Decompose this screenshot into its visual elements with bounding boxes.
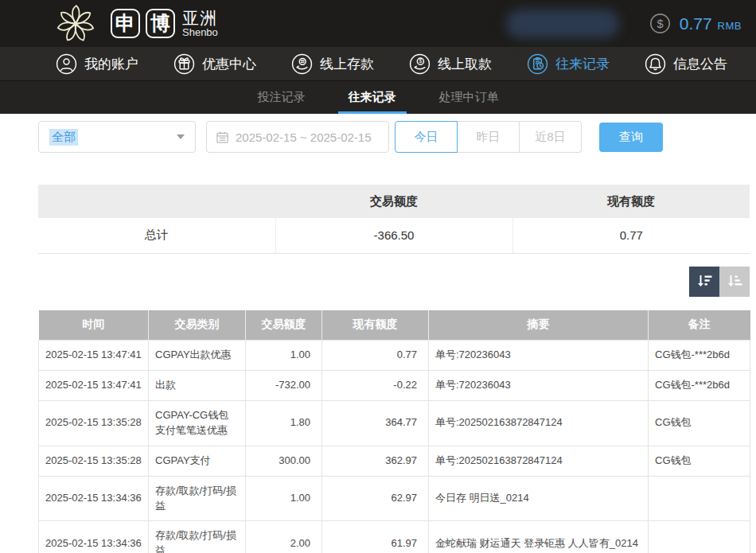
- summary-header-current-balance: 现有额度: [512, 185, 750, 218]
- nav-item-my-account[interactable]: 我的账户: [56, 53, 138, 75]
- withdraw-icon: $: [409, 53, 431, 75]
- cell-category: 存款/取款/打码/损益: [149, 476, 246, 521]
- nav-item-records[interactable]: 往来记录: [527, 53, 610, 75]
- filter-bar: 全部 2025-02-15 ~ 2025-02-15 今日 昨日 近8日 查询: [38, 121, 750, 153]
- logo-char-bo: 博: [146, 9, 175, 38]
- quick-range-yesterday[interactable]: 昨日: [457, 121, 520, 153]
- user-icon: [56, 53, 77, 75]
- balance-currency: RMB: [718, 16, 742, 32]
- nav-item-withdraw[interactable]: $ 线上取款: [409, 53, 492, 75]
- summary-total-balance: 0.77: [512, 218, 750, 253]
- summary-table: 交易额度 现有额度 总计 -366.50 0.77: [38, 185, 750, 254]
- brand-subtitle: Shenbo: [182, 27, 218, 38]
- records-icon: [527, 53, 548, 75]
- cell-category: 存款/取款/打码/损益: [149, 521, 246, 553]
- flower-logo-icon: [49, 2, 102, 45]
- cell-amount: 1.00: [246, 476, 322, 521]
- sort-descending-button[interactable]: [689, 267, 719, 297]
- records-table: 时间 交易类别 交易额度 现有额度 摘要 备注 2025-02-15 13:47…: [38, 310, 750, 553]
- redacted-username: [506, 10, 619, 38]
- table-row: 2025-02-15 13:47:41 出款 -732.00 -0.22 单号:…: [39, 371, 750, 401]
- table-row: 2025-02-15 13:47:41 CGPAY出款优惠 1.00 0.77 …: [39, 341, 750, 371]
- cell-remark: CG钱包: [649, 401, 750, 446]
- account-summary: $ 0.77 RMB: [506, 10, 742, 38]
- nav-item-deposit[interactable]: 线上存款: [291, 53, 374, 75]
- svg-text:$: $: [419, 58, 423, 64]
- brand-text: 亚洲 Shenbo: [182, 10, 218, 38]
- table-row: 2025-02-15 13:35:28 CGPAY-CG钱包支付笔笔送优惠 1.…: [39, 401, 750, 446]
- sort-descending-icon: [696, 272, 714, 290]
- brand-region: 亚洲: [182, 10, 218, 27]
- sort-controls: [38, 267, 750, 297]
- table-row: 2025-02-15 13:34:36 存款/取款/打码/损益 2.00 61.…: [39, 521, 750, 553]
- summary-header-transaction-amount: 交易额度: [275, 185, 512, 218]
- bell-icon: [645, 53, 666, 75]
- cell-summary: 单号:202502163872847124: [429, 401, 649, 446]
- cell-amount: 1.80: [246, 401, 322, 446]
- transaction-records-page: 申 博 亚洲 Shenbo $ 0.77 RMB 我的账户: [0, 0, 756, 553]
- nav-label: 往来记录: [555, 55, 610, 73]
- summary-total-row: 总计 -366.50 0.77: [38, 218, 750, 253]
- calendar-icon: [216, 130, 229, 144]
- sort-ascending-button[interactable]: [719, 267, 750, 297]
- cell-summary: 单号:720236043: [429, 371, 649, 401]
- cell-summary: 单号:202502163872847124: [429, 446, 649, 476]
- cell-remark: CG钱包: [649, 446, 750, 476]
- chevron-down-icon: [177, 134, 185, 139]
- cell-balance: 62.97: [322, 476, 429, 521]
- deposit-icon: [291, 53, 313, 75]
- top-header: 申 博 亚洲 Shenbo $ 0.77 RMB: [0, 0, 756, 47]
- nav-label: 线上取款: [438, 55, 492, 73]
- cell-remark: [649, 521, 750, 553]
- cell-time: 2025-02-15 13:34:36: [39, 521, 149, 553]
- col-header-remark: 备注: [649, 310, 750, 341]
- cell-balance: 61.97: [322, 521, 429, 553]
- records-header-row: 时间 交易类别 交易额度 现有额度 摘要 备注: [39, 310, 750, 341]
- cell-remark: CG钱包-***2b6d: [649, 341, 750, 371]
- cell-amount: -732.00: [246, 371, 322, 401]
- cell-time: 2025-02-15 13:34:36: [39, 476, 149, 521]
- col-header-time: 时间: [39, 310, 149, 341]
- tab-pending-orders[interactable]: 处理中订单: [429, 81, 509, 114]
- col-header-balance: 现有额度: [322, 310, 429, 341]
- record-tabs: 投注记录 往来记录 处理中订单: [0, 81, 756, 114]
- date-range-input[interactable]: 2025-02-15 ~ 2025-02-15: [206, 121, 389, 153]
- col-header-amount: 交易额度: [246, 310, 322, 341]
- cell-remark: [649, 476, 750, 521]
- cell-category: CGPAY支付: [149, 446, 246, 476]
- table-row: 2025-02-15 13:34:36 存款/取款/打码/损益 1.00 62.…: [39, 476, 750, 521]
- dollar-circle-icon: $: [649, 13, 671, 34]
- cell-summary: 今日存 明日送_0214: [429, 476, 649, 521]
- summary-total-label: 总计: [38, 218, 275, 253]
- quick-range-today[interactable]: 今日: [395, 121, 458, 153]
- cell-category: CGPAY-CG钱包支付笔笔送优惠: [149, 401, 246, 446]
- cell-balance: 0.77: [322, 341, 429, 371]
- nav-item-promotions[interactable]: 优惠中心: [173, 53, 256, 75]
- summary-total-transaction: -366.50: [275, 218, 512, 253]
- category-select[interactable]: 全部: [38, 121, 196, 153]
- cell-balance: 362.97: [322, 446, 429, 476]
- main-nav: 我的账户 优惠中心 线上存款 $: [0, 47, 756, 81]
- search-button[interactable]: 查询: [599, 123, 663, 152]
- date-range-value: 2025-02-15 ~ 2025-02-15: [236, 130, 372, 144]
- main-content: 全部 2025-02-15 ~ 2025-02-15 今日 昨日 近8日 查询: [0, 114, 756, 553]
- nav-label: 优惠中心: [202, 55, 256, 73]
- cell-amount: 1.00: [246, 341, 322, 371]
- quick-range-last8days[interactable]: 近8日: [519, 121, 582, 153]
- cell-time: 2025-02-15 13:47:41: [39, 341, 149, 371]
- nav-item-announcements[interactable]: 信息公告: [645, 53, 727, 75]
- cell-category: 出款: [149, 371, 246, 401]
- tab-transaction-records[interactable]: 往来记录: [338, 81, 407, 114]
- col-header-summary: 摘要: [429, 310, 649, 341]
- category-select-value: 全部: [49, 129, 78, 146]
- sort-ascending-icon: [726, 272, 744, 290]
- logo-char-shen: 申: [111, 9, 140, 38]
- nav-label: 线上存款: [320, 55, 374, 73]
- nav-label: 信息公告: [673, 55, 727, 73]
- cell-amount: 300.00: [246, 446, 322, 476]
- cell-balance: -0.22: [322, 371, 429, 401]
- tab-betting-records[interactable]: 投注记录: [247, 81, 316, 114]
- brand-logo: 申 博 亚洲 Shenbo: [49, 2, 218, 45]
- cell-time: 2025-02-15 13:47:41: [39, 371, 149, 401]
- cell-amount: 2.00: [246, 521, 322, 553]
